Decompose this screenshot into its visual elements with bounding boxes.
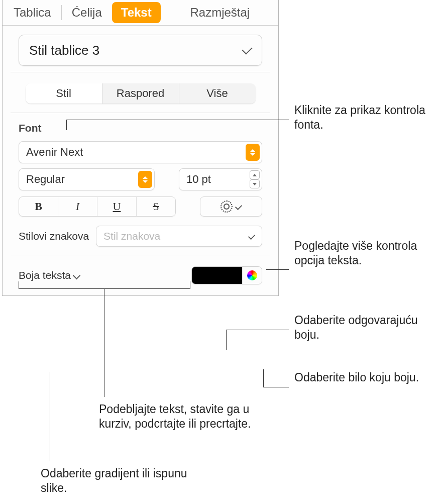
tab-tekst[interactable]: Tekst [112,2,161,23]
subtab-vise[interactable]: Više [179,83,256,104]
chevron-down-icon [248,233,255,240]
character-styles-placeholder: Stil znakova [103,230,160,242]
subtab-stil[interactable]: Stil [26,83,102,104]
inspector-main-tabs: Tablica Ćelija Tekst Razmještaj [3,0,278,26]
chevron-down-icon [242,44,252,54]
chevron-down-icon [235,203,242,210]
font-style-value: Regular [26,173,65,186]
subtab-raspored[interactable]: Raspored [102,83,179,104]
bold-button[interactable]: B [19,197,58,216]
font-section-title: Font [19,122,262,134]
chevron-down-icon [73,271,81,279]
font-section: Font Avenir Next Regular 10 pt [11,113,270,222]
separator [61,5,62,20]
format-inspector-panel: Tablica Ćelija Tekst Razmještaj Stil tab… [2,0,279,296]
callout-gear: Pogledajte više kontrola opcija teksta. [294,239,430,268]
text-decoration-group: B I U S [19,196,176,217]
tab-razmjestaj[interactable]: Razmještaj [162,0,278,25]
character-styles-dropdown[interactable]: Stil znakova [96,226,262,247]
tab-celija[interactable]: Ćelija [63,0,111,25]
character-styles-label: Stilovi znakova [19,230,89,242]
gear-icon [221,200,233,213]
text-color-row: Boja teksta [11,255,270,295]
callout-stil: Kliknite za prikaz kontrola fonta. [294,103,430,133]
text-color-label[interactable]: Boja teksta [19,269,79,281]
character-styles-row: Stilovi znakova Stil znakova [11,222,270,255]
stepper-down[interactable] [250,179,260,188]
text-color-controls [191,266,262,284]
font-style-dropdown[interactable]: Regular [19,168,155,190]
text-subtabs: Stil Raspored Više [26,83,256,104]
font-size-value: 10 pt [186,173,211,186]
strikethrough-button[interactable]: S [136,197,175,216]
stepper-icon [246,144,260,161]
tab-tablica[interactable]: Tablica [3,0,60,25]
stepper-icon [138,171,152,188]
color-wheel-button[interactable] [242,267,262,284]
color-swatch-button[interactable] [192,267,242,284]
paragraph-style-dropdown[interactable]: Stil tablice 3 [19,35,262,66]
paragraph-style-row: Stil tablice 3 [11,26,270,72]
advanced-text-options-button[interactable] [200,196,262,217]
callout-swatch: Odaberite odgovarajuću boju. [294,313,435,343]
italic-button[interactable]: I [58,197,97,216]
font-size-stepper[interactable] [250,170,260,188]
callout-gradient: Odaberite gradijent ili ispunu slike. [41,466,191,496]
callout-wheel: Odaberite bilo koju boju. [294,370,430,385]
font-family-value: Avenir Next [26,146,83,159]
font-size-field[interactable]: 10 pt [179,168,262,190]
stepper-up[interactable] [250,170,260,179]
color-wheel-icon [247,270,257,280]
callout-bius: Podebljajte tekst, stavite ga u kurziv, … [99,402,255,432]
paragraph-style-value: Stil tablice 3 [29,43,99,58]
underline-button[interactable]: U [97,197,136,216]
font-family-dropdown[interactable]: Avenir Next [19,141,262,163]
